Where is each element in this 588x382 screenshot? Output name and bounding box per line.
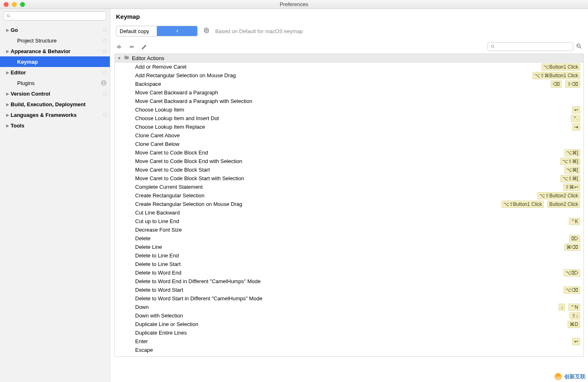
svg-point-0 (7, 14, 9, 17)
action-row[interactable]: Delete to Word Start⌥⌫ (115, 286, 584, 294)
action-row[interactable]: Decrease Font Size (115, 226, 584, 234)
action-row[interactable]: Add Rectangular Selection on Mouse Drag⌥… (115, 71, 584, 80)
action-name: Delete to Word End in Different "CamelHu… (135, 278, 580, 284)
sidebar-item-label: Build, Execution, Deployment (11, 101, 107, 107)
action-name: Move Caret Backward a Paragraph (135, 89, 580, 96)
find-by-shortcut-button[interactable] (576, 43, 582, 51)
action-row[interactable]: Move Caret to Code Block Start with Sele… (115, 174, 584, 183)
sidebar-item[interactable]: ▶Tools (0, 120, 110, 131)
action-search[interactable] (488, 42, 573, 51)
action-shortcuts: ⌥⇧Button1 ClickButton2 Click (501, 201, 580, 208)
collapse-icon (129, 44, 135, 50)
action-row[interactable]: Backspace⌫⇧⌫ (115, 80, 584, 88)
folder-icon (124, 55, 129, 62)
shortcut-badge: ⇥ (572, 123, 580, 131)
sidebar-search-input[interactable] (13, 13, 104, 19)
project-scope-icon (103, 71, 107, 74)
action-name: Cut up to Line End (135, 218, 569, 224)
shortcut-badge: ⇧⌘↩ (563, 183, 580, 191)
action-name: Delete Line (135, 244, 564, 250)
action-shortcuts: ⌥⇧⌘] (560, 158, 580, 165)
action-row[interactable]: Duplicate Entire Lines (115, 328, 584, 337)
window-zoom-button[interactable] (20, 2, 25, 7)
action-row[interactable]: Move Caret Backward a Paragraph with Sel… (115, 97, 584, 105)
action-row[interactable]: Delete to Word Start in Different "Camel… (115, 294, 584, 303)
action-row[interactable]: Cut Line Backward (115, 208, 584, 217)
action-row[interactable]: Move Caret Backward a Paragraph (115, 88, 584, 97)
sidebar-item-label: Keymap (17, 59, 107, 65)
action-row[interactable]: Create Rectangular Selection on Mouse Dr… (115, 200, 584, 208)
project-scope-icon (103, 39, 107, 42)
keymap-toolbar (110, 41, 588, 54)
action-name: Clone Caret Below (135, 141, 580, 147)
sidebar-item[interactable]: ▶Project Structure (0, 35, 110, 46)
expand-all-button[interactable] (116, 44, 122, 50)
action-name: Choose Lookup Item Replace (135, 124, 572, 130)
actions-list[interactable]: Add or Remove Caret⌥Button1 ClickAdd Rec… (114, 63, 584, 357)
action-row[interactable]: Choose Lookup Item and Insert Dot⌃. (115, 114, 584, 123)
action-row[interactable]: Delete to Word End in Different "CamelHu… (115, 277, 584, 286)
sidebar-item-label: Plugins (17, 80, 99, 86)
sidebar-item[interactable]: ▶Plugins1 (0, 78, 110, 88)
sidebar-item[interactable]: ▶Appearance & Behavior (0, 46, 110, 56)
action-shortcuts: ⌥⌦ (564, 269, 580, 277)
sidebar-item[interactable]: ▶Editor (0, 67, 110, 78)
action-shortcuts: ⌘D (568, 321, 580, 328)
sidebar-search[interactable] (3, 11, 107, 20)
action-row[interactable]: Delete Line⌘⌫ (115, 243, 584, 251)
action-name: Complete Current Statement (135, 184, 563, 190)
action-row[interactable]: Clone Caret Below (115, 140, 584, 148)
chevron-right-icon: ▶ (6, 49, 10, 54)
action-row[interactable]: Delete⌦ (115, 234, 584, 243)
sidebar-item[interactable]: ▶Keymap (0, 56, 110, 67)
edit-shortcut-button[interactable] (141, 44, 147, 50)
action-row[interactable]: Down↓⌃N (115, 303, 584, 311)
action-search-input[interactable] (497, 44, 570, 49)
action-row[interactable]: Choose Lookup Item↩ (115, 105, 584, 114)
find-shortcut-icon (576, 43, 582, 49)
action-row[interactable]: Complete Current Statement⇧⌘↩ (115, 183, 584, 191)
window-minimize-button[interactable] (12, 2, 17, 7)
sidebar-item[interactable]: ▶Version Control (0, 88, 110, 99)
chevron-right-icon: ▶ (6, 28, 10, 32)
action-row[interactable]: Duplicate Line or Selection⌘D (115, 320, 584, 328)
shortcut-badge: ↓ (559, 304, 565, 311)
shortcut-badge: ⇧↓ (570, 312, 580, 319)
action-row[interactable]: Move Caret to Code Block End with Select… (115, 157, 584, 165)
action-shortcuts: ⌥⇧⌘Button1 Click (532, 72, 580, 79)
expand-icon (116, 44, 122, 50)
action-name: Duplicate Entire Lines (135, 330, 580, 336)
action-row[interactable]: Move Caret to Code Block End⌥⌘] (115, 148, 584, 157)
action-shortcuts: ↩ (572, 106, 580, 114)
action-name: Delete to Line End (135, 252, 580, 259)
action-name: Move Caret to Code Block Start with Sele… (135, 175, 560, 181)
sidebar-item[interactable]: ▶Go (0, 25, 110, 35)
action-shortcuts: ⇧⌘↩ (563, 183, 580, 191)
action-row[interactable]: Cut up to Line End⌃K (115, 217, 584, 226)
collapse-all-button[interactable] (129, 44, 135, 50)
action-row[interactable]: Delete to Line Start (115, 260, 584, 268)
action-row[interactable]: Delete to Line End (115, 251, 584, 260)
action-row[interactable]: Enter↩ (115, 337, 584, 346)
action-name: Duplicate Line or Selection (135, 321, 568, 327)
svg-line-1 (9, 17, 11, 18)
action-row[interactable]: Create Rectangular Selection⌥⇧Button2 Cl… (115, 191, 584, 200)
keymap-settings-button[interactable] (203, 27, 209, 35)
action-row[interactable]: Down with Selection⇧↓ (115, 311, 584, 320)
sidebar-item-label: Editor (11, 69, 103, 76)
action-row[interactable]: Delete to Word End⌥⌦ (115, 268, 584, 277)
action-row[interactable]: Choose Lookup Item Replace⇥ (115, 123, 584, 131)
action-name: Choose Lookup Item (135, 107, 572, 113)
action-row[interactable]: Move Caret to Code Block Start⌥⌘[ (115, 165, 584, 174)
action-row[interactable]: Escape (115, 346, 584, 354)
action-row[interactable]: Clone Caret Above (115, 131, 584, 140)
window-close-button[interactable] (4, 2, 9, 7)
sidebar-item[interactable]: ▶Build, Execution, Deployment (0, 99, 110, 109)
action-group-header[interactable]: ▼ Editor Actions (114, 54, 584, 63)
shortcut-badge: ⌥⇧⌘[ (560, 175, 580, 182)
keymap-select[interactable]: Default copy (116, 26, 198, 36)
action-shortcuts: ⌥Button1 Click (541, 63, 580, 71)
sidebar-item[interactable]: ▶Languages & Frameworks (0, 109, 110, 120)
action-name: Add or Remove Caret (135, 64, 541, 70)
action-row[interactable]: Add or Remove Caret⌥Button1 Click (115, 63, 584, 71)
